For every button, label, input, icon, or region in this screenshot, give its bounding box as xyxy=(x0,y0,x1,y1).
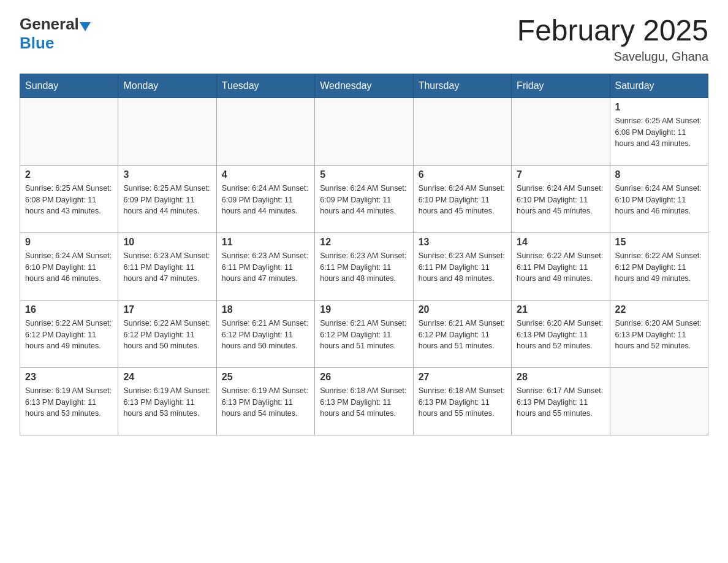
day-number: 6 xyxy=(419,169,506,180)
day-info: Sunrise: 6:18 AM Sunset: 6:13 PM Dayligh… xyxy=(419,385,506,419)
calendar-cell: 10Sunrise: 6:23 AM Sunset: 6:11 PM Dayli… xyxy=(118,232,216,300)
logo: General Blue xyxy=(20,15,91,53)
calendar-cell: 17Sunrise: 6:22 AM Sunset: 6:12 PM Dayli… xyxy=(118,300,216,367)
day-number: 21 xyxy=(517,304,604,315)
location-text: Savelugu, Ghana xyxy=(517,50,708,64)
day-number: 4 xyxy=(222,169,309,180)
day-number: 19 xyxy=(320,304,408,315)
day-number: 7 xyxy=(517,169,604,180)
calendar-cell: 18Sunrise: 6:21 AM Sunset: 6:12 PM Dayli… xyxy=(216,300,314,367)
calendar-week-row: 16Sunrise: 6:22 AM Sunset: 6:12 PM Dayli… xyxy=(20,300,708,367)
calendar-week-row: 23Sunrise: 6:19 AM Sunset: 6:13 PM Dayli… xyxy=(20,367,708,435)
calendar-cell xyxy=(118,98,216,165)
weekday-header-sunday: Sunday xyxy=(20,74,118,98)
day-number: 18 xyxy=(222,304,309,315)
calendar-week-row: 1Sunrise: 6:25 AM Sunset: 6:08 PM Daylig… xyxy=(20,98,708,165)
calendar-cell: 26Sunrise: 6:18 AM Sunset: 6:13 PM Dayli… xyxy=(315,367,413,435)
calendar-cell: 21Sunrise: 6:20 AM Sunset: 6:13 PM Dayli… xyxy=(512,300,610,367)
logo-triangle-icon xyxy=(80,22,91,31)
day-number: 5 xyxy=(320,169,408,180)
weekday-header-saturday: Saturday xyxy=(610,74,708,98)
calendar-cell: 7Sunrise: 6:24 AM Sunset: 6:10 PM Daylig… xyxy=(512,165,610,232)
calendar-cell: 22Sunrise: 6:20 AM Sunset: 6:13 PM Dayli… xyxy=(610,300,708,367)
calendar-cell: 9Sunrise: 6:24 AM Sunset: 6:10 PM Daylig… xyxy=(20,232,118,300)
calendar-cell: 12Sunrise: 6:23 AM Sunset: 6:11 PM Dayli… xyxy=(315,232,413,300)
day-info: Sunrise: 6:24 AM Sunset: 6:10 PM Dayligh… xyxy=(25,250,113,285)
day-info: Sunrise: 6:21 AM Sunset: 6:12 PM Dayligh… xyxy=(320,318,408,352)
calendar-cell: 20Sunrise: 6:21 AM Sunset: 6:12 PM Dayli… xyxy=(413,300,511,367)
day-info: Sunrise: 6:24 AM Sunset: 6:09 PM Dayligh… xyxy=(222,183,309,217)
calendar-cell xyxy=(20,98,118,165)
calendar-cell: 13Sunrise: 6:23 AM Sunset: 6:11 PM Dayli… xyxy=(413,232,511,300)
day-number: 1 xyxy=(615,102,703,113)
day-info: Sunrise: 6:23 AM Sunset: 6:11 PM Dayligh… xyxy=(419,250,506,285)
day-number: 27 xyxy=(419,372,506,383)
calendar-cell: 15Sunrise: 6:22 AM Sunset: 6:12 PM Dayli… xyxy=(610,232,708,300)
calendar-cell: 5Sunrise: 6:24 AM Sunset: 6:09 PM Daylig… xyxy=(315,165,413,232)
calendar-cell: 16Sunrise: 6:22 AM Sunset: 6:12 PM Dayli… xyxy=(20,300,118,367)
logo-blue-text: Blue xyxy=(20,34,54,52)
day-number: 23 xyxy=(25,372,113,383)
day-info: Sunrise: 6:18 AM Sunset: 6:13 PM Dayligh… xyxy=(320,385,408,419)
calendar-cell xyxy=(610,367,708,435)
calendar-cell: 28Sunrise: 6:17 AM Sunset: 6:13 PM Dayli… xyxy=(512,367,610,435)
day-info: Sunrise: 6:25 AM Sunset: 6:08 PM Dayligh… xyxy=(615,115,703,150)
day-info: Sunrise: 6:21 AM Sunset: 6:12 PM Dayligh… xyxy=(419,318,506,352)
day-number: 24 xyxy=(123,372,211,383)
calendar-header-row: SundayMondayTuesdayWednesdayThursdayFrid… xyxy=(20,74,708,98)
calendar-cell: 8Sunrise: 6:24 AM Sunset: 6:10 PM Daylig… xyxy=(610,165,708,232)
calendar-cell xyxy=(315,98,413,165)
day-number: 16 xyxy=(25,304,113,315)
calendar-cell: 2Sunrise: 6:25 AM Sunset: 6:08 PM Daylig… xyxy=(20,165,118,232)
month-title: February 2025 xyxy=(517,15,708,47)
day-number: 17 xyxy=(123,304,211,315)
day-info: Sunrise: 6:23 AM Sunset: 6:11 PM Dayligh… xyxy=(320,250,408,285)
calendar-cell xyxy=(216,98,314,165)
day-info: Sunrise: 6:25 AM Sunset: 6:08 PM Dayligh… xyxy=(25,183,113,217)
calendar-cell: 19Sunrise: 6:21 AM Sunset: 6:12 PM Dayli… xyxy=(315,300,413,367)
day-info: Sunrise: 6:23 AM Sunset: 6:11 PM Dayligh… xyxy=(222,250,309,285)
day-number: 3 xyxy=(123,169,211,180)
day-number: 11 xyxy=(222,237,309,248)
day-info: Sunrise: 6:20 AM Sunset: 6:13 PM Dayligh… xyxy=(517,318,604,352)
weekday-header-wednesday: Wednesday xyxy=(315,74,413,98)
day-number: 14 xyxy=(517,237,604,248)
calendar-table: SundayMondayTuesdayWednesdayThursdayFrid… xyxy=(20,74,708,435)
day-info: Sunrise: 6:22 AM Sunset: 6:12 PM Dayligh… xyxy=(615,250,703,285)
calendar-cell: 14Sunrise: 6:22 AM Sunset: 6:11 PM Dayli… xyxy=(512,232,610,300)
day-number: 26 xyxy=(320,372,408,383)
calendar-cell: 1Sunrise: 6:25 AM Sunset: 6:08 PM Daylig… xyxy=(610,98,708,165)
weekday-header-tuesday: Tuesday xyxy=(216,74,314,98)
weekday-header-monday: Monday xyxy=(118,74,216,98)
calendar-cell xyxy=(413,98,511,165)
day-info: Sunrise: 6:19 AM Sunset: 6:13 PM Dayligh… xyxy=(222,385,309,419)
day-number: 22 xyxy=(615,304,703,315)
day-number: 2 xyxy=(25,169,113,180)
title-area: February 2025 Savelugu, Ghana xyxy=(517,15,708,64)
day-number: 20 xyxy=(419,304,506,315)
calendar-week-row: 9Sunrise: 6:24 AM Sunset: 6:10 PM Daylig… xyxy=(20,232,708,300)
logo-general-text: General xyxy=(20,15,79,34)
calendar-cell: 27Sunrise: 6:18 AM Sunset: 6:13 PM Dayli… xyxy=(413,367,511,435)
page-header: General Blue February 2025 Savelugu, Gha… xyxy=(20,15,708,64)
day-number: 10 xyxy=(123,237,211,248)
day-info: Sunrise: 6:20 AM Sunset: 6:13 PM Dayligh… xyxy=(615,318,703,352)
day-info: Sunrise: 6:17 AM Sunset: 6:13 PM Dayligh… xyxy=(517,385,604,419)
calendar-cell: 4Sunrise: 6:24 AM Sunset: 6:09 PM Daylig… xyxy=(216,165,314,232)
day-info: Sunrise: 6:21 AM Sunset: 6:12 PM Dayligh… xyxy=(222,318,309,352)
day-info: Sunrise: 6:19 AM Sunset: 6:13 PM Dayligh… xyxy=(123,385,211,419)
weekday-header-thursday: Thursday xyxy=(413,74,511,98)
calendar-cell: 23Sunrise: 6:19 AM Sunset: 6:13 PM Dayli… xyxy=(20,367,118,435)
day-info: Sunrise: 6:24 AM Sunset: 6:10 PM Dayligh… xyxy=(517,183,604,217)
day-info: Sunrise: 6:24 AM Sunset: 6:10 PM Dayligh… xyxy=(615,183,703,217)
calendar-cell: 24Sunrise: 6:19 AM Sunset: 6:13 PM Dayli… xyxy=(118,367,216,435)
day-number: 12 xyxy=(320,237,408,248)
day-number: 9 xyxy=(25,237,113,248)
day-info: Sunrise: 6:23 AM Sunset: 6:11 PM Dayligh… xyxy=(123,250,211,285)
calendar-cell xyxy=(512,98,610,165)
calendar-cell: 11Sunrise: 6:23 AM Sunset: 6:11 PM Dayli… xyxy=(216,232,314,300)
day-number: 28 xyxy=(517,372,604,383)
day-info: Sunrise: 6:24 AM Sunset: 6:09 PM Dayligh… xyxy=(320,183,408,217)
day-info: Sunrise: 6:25 AM Sunset: 6:09 PM Dayligh… xyxy=(123,183,211,217)
day-number: 15 xyxy=(615,237,703,248)
